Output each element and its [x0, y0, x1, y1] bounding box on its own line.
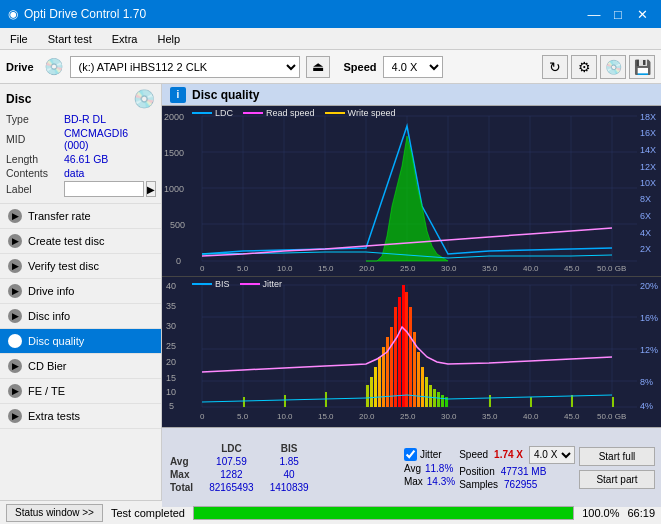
menu-file[interactable]: File — [4, 31, 34, 47]
jitter-legend-label: Jitter — [263, 279, 283, 289]
svg-text:5.0: 5.0 — [237, 264, 249, 273]
transfer-rate-icon: ▶ — [8, 209, 22, 223]
sidebar-item-cd-bier[interactable]: ▶ CD Bier — [0, 354, 161, 379]
svg-rect-105 — [243, 397, 245, 407]
svg-rect-103 — [441, 395, 444, 407]
disc-contents-row: Contents data — [6, 167, 155, 179]
svg-rect-97 — [417, 352, 420, 407]
bis-header: BIS — [262, 442, 317, 455]
avg-ldc-value: 107.59 — [201, 455, 262, 468]
disc-mid-row: MID CMCMAGDI6 (000) — [6, 127, 155, 151]
svg-text:500: 500 — [170, 220, 185, 230]
svg-rect-91 — [394, 307, 397, 407]
sidebar-item-transfer-rate[interactable]: ▶ Transfer rate — [0, 204, 161, 229]
chart-top: LDC Read speed Write speed — [162, 106, 661, 277]
svg-rect-95 — [409, 307, 412, 407]
save-icon-btn[interactable]: 💾 — [629, 55, 655, 79]
title-bar: ◉ Opti Drive Control 1.70 — □ ✕ — [0, 0, 661, 28]
close-button[interactable]: ✕ — [631, 4, 653, 24]
disc-contents-label: Contents — [6, 167, 64, 179]
legend-ldc: LDC — [192, 108, 233, 118]
max-label: Max — [168, 468, 201, 481]
svg-rect-98 — [421, 367, 424, 407]
svg-text:10X: 10X — [640, 178, 656, 188]
drive-select[interactable]: (k:) ATAPI iHBS112 2 CLK — [70, 56, 300, 78]
sidebar-item-create-test-disc[interactable]: ▶ Create test disc — [0, 229, 161, 254]
svg-text:4%: 4% — [640, 401, 653, 411]
jitter-max-label: Max — [404, 476, 423, 487]
svg-rect-85 — [370, 377, 373, 407]
svg-text:20: 20 — [166, 357, 176, 367]
svg-text:10.0: 10.0 — [277, 412, 293, 421]
ldc-legend-label: LDC — [215, 108, 233, 118]
svg-text:25.0: 25.0 — [400, 264, 416, 273]
disc-length-row: Length 46.61 GB — [6, 153, 155, 165]
disc-label-go-button[interactable]: ▶ — [146, 181, 156, 197]
svg-text:50.0 GB: 50.0 GB — [597, 412, 626, 421]
svg-text:12%: 12% — [640, 345, 658, 355]
read-speed-legend-label: Read speed — [266, 108, 315, 118]
svg-text:5.0: 5.0 — [237, 412, 249, 421]
sidebar-label-fe-te: FE / TE — [28, 385, 65, 397]
svg-text:50.0 GB: 50.0 GB — [597, 264, 626, 273]
sidebar-item-extra-tests[interactable]: ▶ Extra tests — [0, 404, 161, 429]
status-window-button[interactable]: Status window >> — [6, 504, 103, 522]
disc-length-label: Length — [6, 153, 64, 165]
disc-icon-btn[interactable]: 💿 — [600, 55, 626, 79]
minimize-button[interactable]: — — [583, 4, 605, 24]
sidebar-item-verify-test-disc[interactable]: ▶ Verify test disc — [0, 254, 161, 279]
svg-text:45.0: 45.0 — [564, 264, 580, 273]
svg-text:15: 15 — [166, 373, 176, 383]
speed-stat-select[interactable]: 4.0 X — [529, 446, 575, 464]
refresh-icon-btn[interactable]: ↻ — [542, 55, 568, 79]
svg-text:40: 40 — [166, 281, 176, 291]
sidebar-item-drive-info[interactable]: ▶ Drive info — [0, 279, 161, 304]
top-chart-svg: 2000 1500 1000 500 0 18X 16X 14X 12X 10X… — [162, 106, 661, 276]
bis-legend-dot — [192, 283, 212, 285]
speed-select[interactable]: 4.0 X — [383, 56, 443, 78]
svg-text:15.0: 15.0 — [318, 412, 334, 421]
svg-text:10: 10 — [166, 387, 176, 397]
avg-label: Avg — [168, 455, 201, 468]
eject-button[interactable]: ⏏ — [306, 56, 330, 78]
legend-read-speed: Read speed — [243, 108, 315, 118]
start-part-button[interactable]: Start part — [579, 470, 655, 489]
write-speed-legend-label: Write speed — [348, 108, 396, 118]
fe-te-icon: ▶ — [8, 384, 22, 398]
drive-info-icon: ▶ — [8, 284, 22, 298]
content-area: i Disc quality LDC Read speed — [162, 84, 661, 500]
svg-text:16%: 16% — [640, 313, 658, 323]
svg-text:0: 0 — [200, 412, 205, 421]
start-full-button[interactable]: Start full — [579, 447, 655, 466]
menu-start-test[interactable]: Start test — [42, 31, 98, 47]
app-icon: ◉ — [8, 7, 18, 21]
sidebar-item-disc-quality[interactable]: ▶ Disc quality — [0, 329, 161, 354]
position-value: 47731 MB — [501, 466, 547, 477]
menu-extra[interactable]: Extra — [106, 31, 144, 47]
disc-label-input[interactable] — [64, 181, 144, 197]
svg-rect-100 — [429, 385, 432, 407]
main-layout: Disc 💿 Type BD-R DL MID CMCMAGDI6 (000) … — [0, 84, 661, 500]
top-legend: LDC Read speed Write speed — [192, 108, 395, 118]
speed-stat-label: Speed — [459, 449, 488, 460]
disc-label-label: Label — [6, 183, 64, 195]
sidebar-item-disc-info[interactable]: ▶ Disc info — [0, 304, 161, 329]
settings-icon-btn[interactable]: ⚙ — [571, 55, 597, 79]
menu-help[interactable]: Help — [151, 31, 186, 47]
total-ldc-value: 82165493 — [201, 481, 262, 494]
chart-bottom: BIS Jitter — [162, 277, 661, 427]
start-buttons: Start full Start part — [579, 447, 655, 489]
svg-text:2000: 2000 — [164, 112, 184, 122]
total-label: Total — [168, 481, 201, 494]
svg-text:25.0: 25.0 — [400, 412, 416, 421]
jitter-checkbox[interactable] — [404, 448, 417, 461]
title-bar-left: ◉ Opti Drive Control 1.70 — [8, 7, 146, 21]
maximize-button[interactable]: □ — [607, 4, 629, 24]
disc-length-value: 46.61 GB — [64, 153, 108, 165]
svg-text:45.0: 45.0 — [564, 412, 580, 421]
svg-text:30.0: 30.0 — [441, 264, 457, 273]
svg-text:35: 35 — [166, 301, 176, 311]
jitter-avg-row: Avg 11.8% — [404, 463, 453, 474]
sidebar-item-fe-te[interactable]: ▶ FE / TE — [0, 379, 161, 404]
create-test-disc-icon: ▶ — [8, 234, 22, 248]
